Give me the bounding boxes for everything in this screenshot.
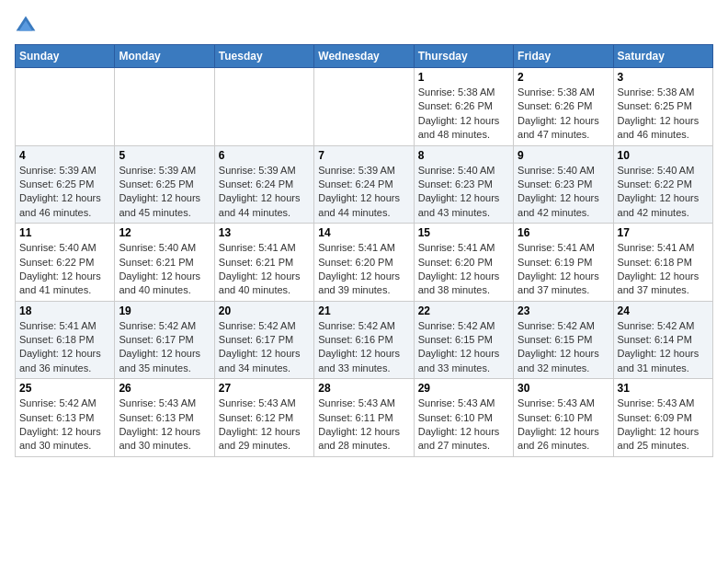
calendar-cell: 15Sunrise: 5:41 AM Sunset: 6:20 PM Dayli… <box>414 224 513 302</box>
day-info: Sunrise: 5:43 AM Sunset: 6:13 PM Dayligh… <box>119 396 210 454</box>
day-info: Sunrise: 5:42 AM Sunset: 6:16 PM Dayligh… <box>318 319 409 376</box>
day-number: 24 <box>618 304 709 317</box>
day-number: 4 <box>19 149 110 162</box>
day-info: Sunrise: 5:41 AM Sunset: 6:18 PM Dayligh… <box>19 319 110 376</box>
day-header-tuesday: Tuesday <box>214 45 313 68</box>
day-header-monday: Monday <box>115 45 214 68</box>
day-info: Sunrise: 5:43 AM Sunset: 6:12 PM Dayligh… <box>219 396 310 454</box>
day-info: Sunrise: 5:41 AM Sunset: 6:20 PM Dayligh… <box>318 241 409 298</box>
calendar-cell: 9Sunrise: 5:40 AM Sunset: 6:23 PM Daylig… <box>514 145 613 224</box>
calendar-cell <box>314 68 414 146</box>
calendar-cell: 26Sunrise: 5:43 AM Sunset: 6:13 PM Dayli… <box>115 379 214 457</box>
calendar-week-2: 4Sunrise: 5:39 AM Sunset: 6:25 PM Daylig… <box>16 145 713 224</box>
day-info: Sunrise: 5:39 AM Sunset: 6:24 PM Dayligh… <box>219 164 310 221</box>
day-number: 7 <box>318 149 409 162</box>
day-info: Sunrise: 5:42 AM Sunset: 6:15 PM Dayligh… <box>518 319 609 376</box>
calendar-cell <box>16 68 115 146</box>
day-info: Sunrise: 5:41 AM Sunset: 6:18 PM Dayligh… <box>618 241 709 298</box>
calendar-cell: 24Sunrise: 5:42 AM Sunset: 6:14 PM Dayli… <box>613 301 712 379</box>
day-info: Sunrise: 5:43 AM Sunset: 6:11 PM Dayligh… <box>318 396 409 454</box>
calendar-cell: 21Sunrise: 5:42 AM Sunset: 6:16 PM Dayli… <box>314 301 414 379</box>
day-header-thursday: Thursday <box>414 45 513 68</box>
calendar-week-5: 25Sunrise: 5:42 AM Sunset: 6:13 PM Dayli… <box>16 379 713 457</box>
day-header-sunday: Sunday <box>16 45 115 68</box>
day-header-friday: Friday <box>514 45 613 68</box>
day-number: 26 <box>119 382 210 395</box>
day-number: 2 <box>518 71 609 84</box>
calendar-cell: 23Sunrise: 5:42 AM Sunset: 6:15 PM Dayli… <box>514 301 613 379</box>
calendar-cell: 19Sunrise: 5:42 AM Sunset: 6:17 PM Dayli… <box>115 301 214 379</box>
day-number: 1 <box>418 71 509 84</box>
day-number: 16 <box>518 226 609 239</box>
day-number: 21 <box>318 304 409 317</box>
day-info: Sunrise: 5:39 AM Sunset: 6:25 PM Dayligh… <box>19 164 110 221</box>
calendar-cell: 17Sunrise: 5:41 AM Sunset: 6:18 PM Dayli… <box>613 224 712 302</box>
day-info: Sunrise: 5:43 AM Sunset: 6:10 PM Dayligh… <box>518 396 609 454</box>
calendar-cell: 10Sunrise: 5:40 AM Sunset: 6:22 PM Dayli… <box>613 145 712 224</box>
calendar-cell: 2Sunrise: 5:38 AM Sunset: 6:26 PM Daylig… <box>514 68 613 146</box>
day-info: Sunrise: 5:42 AM Sunset: 6:17 PM Dayligh… <box>219 319 310 376</box>
calendar-cell: 28Sunrise: 5:43 AM Sunset: 6:11 PM Dayli… <box>314 379 414 457</box>
day-info: Sunrise: 5:38 AM Sunset: 6:26 PM Dayligh… <box>518 86 609 143</box>
calendar-cell: 1Sunrise: 5:38 AM Sunset: 6:26 PM Daylig… <box>414 68 513 146</box>
day-number: 13 <box>219 226 310 239</box>
day-info: Sunrise: 5:39 AM Sunset: 6:24 PM Dayligh… <box>318 164 409 221</box>
calendar-cell: 22Sunrise: 5:42 AM Sunset: 6:15 PM Dayli… <box>414 301 513 379</box>
calendar-week-3: 11Sunrise: 5:40 AM Sunset: 6:22 PM Dayli… <box>16 224 713 302</box>
day-info: Sunrise: 5:43 AM Sunset: 6:09 PM Dayligh… <box>618 396 709 454</box>
page-header <box>15 15 713 37</box>
calendar-cell: 31Sunrise: 5:43 AM Sunset: 6:09 PM Dayli… <box>613 379 712 457</box>
day-info: Sunrise: 5:42 AM Sunset: 6:15 PM Dayligh… <box>418 319 509 376</box>
day-number: 30 <box>518 382 609 395</box>
calendar-cell: 7Sunrise: 5:39 AM Sunset: 6:24 PM Daylig… <box>314 145 414 224</box>
day-number: 28 <box>318 382 409 395</box>
day-info: Sunrise: 5:42 AM Sunset: 6:17 PM Dayligh… <box>119 319 210 376</box>
day-number: 18 <box>19 304 110 317</box>
day-number: 31 <box>618 382 709 395</box>
day-number: 3 <box>618 71 709 84</box>
day-info: Sunrise: 5:43 AM Sunset: 6:10 PM Dayligh… <box>418 396 509 454</box>
calendar-table: SundayMondayTuesdayWednesdayThursdayFrid… <box>15 44 713 457</box>
calendar-week-1: 1Sunrise: 5:38 AM Sunset: 6:26 PM Daylig… <box>16 68 713 146</box>
day-number: 11 <box>19 226 110 239</box>
day-info: Sunrise: 5:38 AM Sunset: 6:26 PM Dayligh… <box>418 86 509 143</box>
day-number: 8 <box>418 149 509 162</box>
day-number: 6 <box>219 149 310 162</box>
calendar-cell: 29Sunrise: 5:43 AM Sunset: 6:10 PM Dayli… <box>414 379 513 457</box>
day-info: Sunrise: 5:42 AM Sunset: 6:13 PM Dayligh… <box>19 396 110 454</box>
calendar-cell: 20Sunrise: 5:42 AM Sunset: 6:17 PM Dayli… <box>214 301 313 379</box>
day-number: 25 <box>19 382 110 395</box>
calendar-cell: 8Sunrise: 5:40 AM Sunset: 6:23 PM Daylig… <box>414 145 513 224</box>
day-info: Sunrise: 5:41 AM Sunset: 6:19 PM Dayligh… <box>518 241 609 298</box>
day-info: Sunrise: 5:41 AM Sunset: 6:20 PM Dayligh… <box>418 241 509 298</box>
calendar-cell: 3Sunrise: 5:38 AM Sunset: 6:25 PM Daylig… <box>613 68 712 146</box>
day-info: Sunrise: 5:40 AM Sunset: 6:21 PM Dayligh… <box>119 241 210 298</box>
calendar-cell: 16Sunrise: 5:41 AM Sunset: 6:19 PM Dayli… <box>514 224 613 302</box>
calendar-cell: 14Sunrise: 5:41 AM Sunset: 6:20 PM Dayli… <box>314 224 414 302</box>
day-info: Sunrise: 5:41 AM Sunset: 6:21 PM Dayligh… <box>219 241 310 298</box>
calendar-cell: 4Sunrise: 5:39 AM Sunset: 6:25 PM Daylig… <box>16 145 115 224</box>
calendar-cell <box>214 68 313 146</box>
calendar-cell: 18Sunrise: 5:41 AM Sunset: 6:18 PM Dayli… <box>16 301 115 379</box>
day-info: Sunrise: 5:40 AM Sunset: 6:22 PM Dayligh… <box>618 164 709 221</box>
day-number: 15 <box>418 226 509 239</box>
day-number: 27 <box>219 382 310 395</box>
day-number: 20 <box>219 304 310 317</box>
calendar-cell: 25Sunrise: 5:42 AM Sunset: 6:13 PM Dayli… <box>16 379 115 457</box>
day-number: 14 <box>318 226 409 239</box>
day-info: Sunrise: 5:39 AM Sunset: 6:25 PM Dayligh… <box>119 164 210 221</box>
day-info: Sunrise: 5:42 AM Sunset: 6:14 PM Dayligh… <box>618 319 709 376</box>
day-number: 22 <box>418 304 509 317</box>
day-number: 19 <box>119 304 210 317</box>
calendar-cell: 27Sunrise: 5:43 AM Sunset: 6:12 PM Dayli… <box>214 379 313 457</box>
day-header-saturday: Saturday <box>613 45 712 68</box>
calendar-cell: 30Sunrise: 5:43 AM Sunset: 6:10 PM Dayli… <box>514 379 613 457</box>
calendar-cell: 12Sunrise: 5:40 AM Sunset: 6:21 PM Dayli… <box>115 224 214 302</box>
day-info: Sunrise: 5:38 AM Sunset: 6:25 PM Dayligh… <box>618 86 709 143</box>
calendar-week-4: 18Sunrise: 5:41 AM Sunset: 6:18 PM Dayli… <box>16 301 713 379</box>
calendar-cell <box>115 68 214 146</box>
calendar-cell: 5Sunrise: 5:39 AM Sunset: 6:25 PM Daylig… <box>115 145 214 224</box>
day-number: 23 <box>518 304 609 317</box>
day-info: Sunrise: 5:40 AM Sunset: 6:23 PM Dayligh… <box>418 164 509 221</box>
day-number: 17 <box>618 226 709 239</box>
